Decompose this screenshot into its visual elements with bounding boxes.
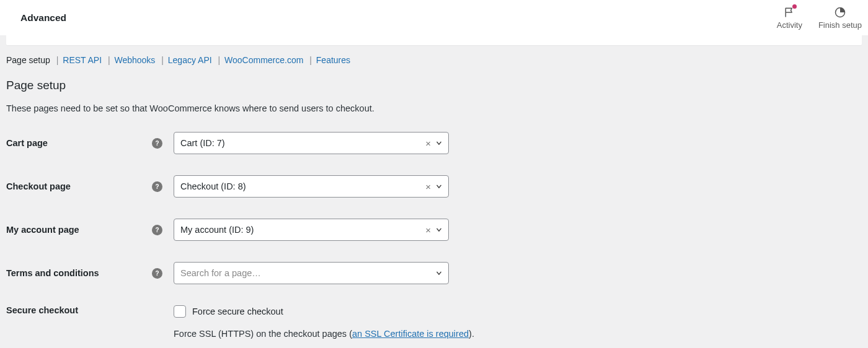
row-cart-page: Cart page ? Cart (ID: 7) × [6, 132, 474, 154]
help-icon[interactable]: ? [152, 181, 162, 192]
finish-setup-label: Finish setup [818, 20, 862, 30]
help-icon[interactable]: ? [152, 268, 162, 279]
select-checkout-value: Checkout (ID: 8) [180, 181, 424, 191]
help-icon[interactable]: ? [152, 138, 162, 149]
top-bar-actions: Activity Finish setup [777, 6, 862, 30]
label-terms-page: Terms and conditions [6, 262, 152, 284]
select-terms-page[interactable]: Search for a page… [174, 262, 449, 284]
label-secure-checkout: Secure checkout [6, 305, 152, 339]
panel-spacer [6, 35, 862, 45]
subnav-webhooks[interactable]: Webhooks [114, 55, 155, 65]
activity-button[interactable]: Activity [777, 6, 802, 30]
sub-nav: Page setup | REST API | Webhooks | Legac… [0, 45, 868, 65]
hint-prefix: Force SSL (HTTPS) on the checkout pages … [174, 329, 352, 339]
content-area: Page setup These pages need to be set so… [0, 65, 868, 346]
chevron-down-icon [435, 182, 443, 191]
force-secure-row: Force secure checkout [174, 305, 474, 318]
top-bar: Advanced Activity Finish setup [0, 0, 868, 35]
label-account-page: My account page [6, 219, 152, 241]
clear-icon[interactable]: × [424, 225, 432, 235]
subnav-separator: | [218, 55, 223, 65]
subnav-separator: | [108, 55, 113, 65]
subnav-legacy-api[interactable]: Legacy API [168, 55, 212, 65]
activity-label: Activity [777, 20, 802, 30]
flag-icon [782, 6, 796, 19]
subnav-rest-api[interactable]: REST API [63, 55, 102, 65]
label-checkout-page: Checkout page [6, 175, 152, 198]
progress-circle-icon [833, 6, 847, 19]
row-terms-page: Terms and conditions ? Search for a page… [6, 262, 474, 284]
select-account-page[interactable]: My account (ID: 9) × [174, 219, 449, 241]
ssl-certificate-link[interactable]: an SSL Certificate is required [352, 329, 469, 339]
subnav-features[interactable]: Features [316, 55, 350, 65]
row-account-page: My account page ? My account (ID: 9) × [6, 219, 474, 241]
subnav-woocommerce-com[interactable]: WooCommerce.com [224, 55, 303, 65]
subnav-separator: | [56, 55, 61, 65]
secure-checkout-hint: Force SSL (HTTPS) on the checkout pages … [174, 329, 474, 339]
label-cart-page: Cart page [6, 132, 152, 154]
notification-dot-icon [792, 4, 797, 9]
row-checkout-page: Checkout page ? Checkout (ID: 8) × [6, 175, 474, 198]
help-icon[interactable]: ? [152, 225, 162, 235]
subnav-separator: | [309, 55, 314, 65]
select-account-value: My account (ID: 9) [180, 225, 424, 235]
clear-icon[interactable]: × [424, 181, 432, 192]
section-description: These pages need to be set so that WooCo… [6, 103, 862, 113]
row-secure-checkout: Secure checkout Force secure checkout Fo… [6, 305, 474, 339]
select-checkout-page[interactable]: Checkout (ID: 8) × [174, 175, 449, 198]
page-title: Advanced [20, 12, 66, 24]
force-secure-checkbox[interactable] [174, 305, 186, 318]
chevron-down-icon [435, 269, 443, 277]
section-heading: Page setup [6, 79, 862, 92]
force-secure-label: Force secure checkout [192, 307, 283, 316]
clear-icon[interactable]: × [424, 138, 432, 149]
subnav-page-setup[interactable]: Page setup [6, 55, 50, 65]
settings-form: Cart page ? Cart (ID: 7) × Checkout page… [6, 132, 474, 339]
hint-suffix: ). [469, 329, 474, 339]
chevron-down-icon [435, 139, 443, 147]
select-cart-page[interactable]: Cart (ID: 7) × [174, 132, 449, 154]
select-cart-value: Cart (ID: 7) [180, 138, 424, 148]
select-terms-placeholder: Search for a page… [180, 268, 432, 278]
subnav-separator: | [161, 55, 166, 65]
finish-setup-button[interactable]: Finish setup [818, 6, 862, 30]
chevron-down-icon [435, 225, 443, 234]
